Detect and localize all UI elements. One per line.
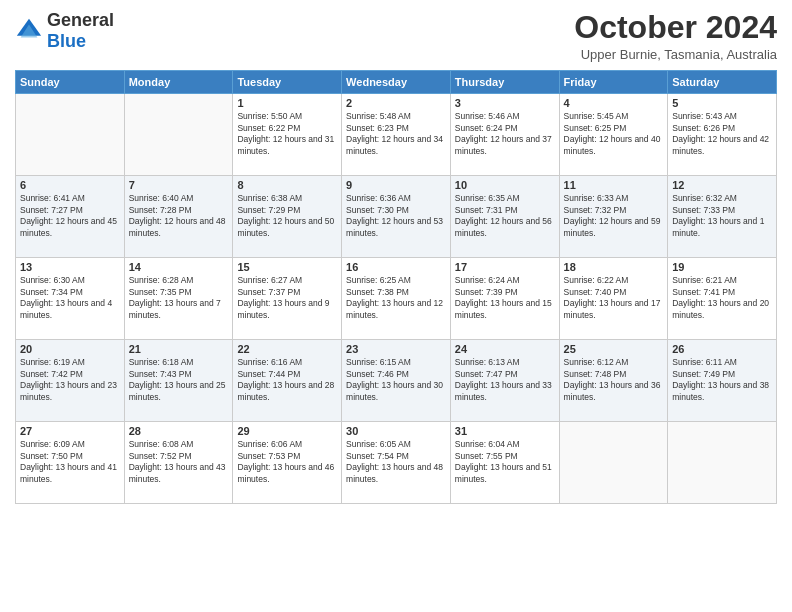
calendar-cell: 10Sunrise: 6:35 AM Sunset: 7:31 PM Dayli… [450, 176, 559, 258]
day-number: 15 [237, 261, 337, 273]
day-number: 22 [237, 343, 337, 355]
day-number: 23 [346, 343, 446, 355]
calendar-cell: 14Sunrise: 6:28 AM Sunset: 7:35 PM Dayli… [124, 258, 233, 340]
title-area: October 2024 Upper Burnie, Tasmania, Aus… [574, 10, 777, 62]
cell-info: Sunrise: 6:19 AM Sunset: 7:42 PM Dayligh… [20, 357, 120, 403]
calendar-week-row: 6Sunrise: 6:41 AM Sunset: 7:27 PM Daylig… [16, 176, 777, 258]
month-title: October 2024 [574, 10, 777, 45]
weekday-header-thursday: Thursday [450, 71, 559, 94]
cell-info: Sunrise: 6:35 AM Sunset: 7:31 PM Dayligh… [455, 193, 555, 239]
calendar-cell: 29Sunrise: 6:06 AM Sunset: 7:53 PM Dayli… [233, 422, 342, 504]
day-number: 5 [672, 97, 772, 109]
calendar-cell: 17Sunrise: 6:24 AM Sunset: 7:39 PM Dayli… [450, 258, 559, 340]
cell-info: Sunrise: 5:50 AM Sunset: 6:22 PM Dayligh… [237, 111, 337, 157]
logo-blue: Blue [47, 31, 86, 51]
day-number: 26 [672, 343, 772, 355]
day-number: 7 [129, 179, 229, 191]
cell-info: Sunrise: 6:27 AM Sunset: 7:37 PM Dayligh… [237, 275, 337, 321]
cell-info: Sunrise: 5:45 AM Sunset: 6:25 PM Dayligh… [564, 111, 664, 157]
cell-info: Sunrise: 6:04 AM Sunset: 7:55 PM Dayligh… [455, 439, 555, 485]
cell-info: Sunrise: 6:12 AM Sunset: 7:48 PM Dayligh… [564, 357, 664, 403]
logo: General Blue [15, 10, 114, 52]
calendar-cell: 21Sunrise: 6:18 AM Sunset: 7:43 PM Dayli… [124, 340, 233, 422]
day-number: 8 [237, 179, 337, 191]
cell-info: Sunrise: 6:24 AM Sunset: 7:39 PM Dayligh… [455, 275, 555, 321]
day-number: 21 [129, 343, 229, 355]
day-number: 14 [129, 261, 229, 273]
calendar-cell: 5Sunrise: 5:43 AM Sunset: 6:26 PM Daylig… [668, 94, 777, 176]
calendar-week-row: 13Sunrise: 6:30 AM Sunset: 7:34 PM Dayli… [16, 258, 777, 340]
cell-info: Sunrise: 6:22 AM Sunset: 7:40 PM Dayligh… [564, 275, 664, 321]
logo-text: General Blue [47, 10, 114, 52]
calendar-cell [16, 94, 125, 176]
cell-info: Sunrise: 6:06 AM Sunset: 7:53 PM Dayligh… [237, 439, 337, 485]
day-number: 10 [455, 179, 555, 191]
cell-info: Sunrise: 5:46 AM Sunset: 6:24 PM Dayligh… [455, 111, 555, 157]
cell-info: Sunrise: 6:28 AM Sunset: 7:35 PM Dayligh… [129, 275, 229, 321]
calendar-cell: 28Sunrise: 6:08 AM Sunset: 7:52 PM Dayli… [124, 422, 233, 504]
day-number: 27 [20, 425, 120, 437]
calendar-cell: 13Sunrise: 6:30 AM Sunset: 7:34 PM Dayli… [16, 258, 125, 340]
calendar-cell [668, 422, 777, 504]
cell-info: Sunrise: 6:18 AM Sunset: 7:43 PM Dayligh… [129, 357, 229, 403]
cell-info: Sunrise: 5:48 AM Sunset: 6:23 PM Dayligh… [346, 111, 446, 157]
day-number: 24 [455, 343, 555, 355]
calendar-cell: 15Sunrise: 6:27 AM Sunset: 7:37 PM Dayli… [233, 258, 342, 340]
day-number: 20 [20, 343, 120, 355]
cell-info: Sunrise: 6:05 AM Sunset: 7:54 PM Dayligh… [346, 439, 446, 485]
calendar-cell: 27Sunrise: 6:09 AM Sunset: 7:50 PM Dayli… [16, 422, 125, 504]
calendar-cell: 16Sunrise: 6:25 AM Sunset: 7:38 PM Dayli… [342, 258, 451, 340]
calendar-cell [124, 94, 233, 176]
calendar-cell: 11Sunrise: 6:33 AM Sunset: 7:32 PM Dayli… [559, 176, 668, 258]
cell-info: Sunrise: 6:38 AM Sunset: 7:29 PM Dayligh… [237, 193, 337, 239]
weekday-header-wednesday: Wednesday [342, 71, 451, 94]
logo-general: General [47, 10, 114, 30]
day-number: 28 [129, 425, 229, 437]
header: General Blue October 2024 Upper Burnie, … [15, 10, 777, 62]
calendar-cell [559, 422, 668, 504]
calendar-cell: 12Sunrise: 6:32 AM Sunset: 7:33 PM Dayli… [668, 176, 777, 258]
cell-info: Sunrise: 6:41 AM Sunset: 7:27 PM Dayligh… [20, 193, 120, 239]
calendar-table: SundayMondayTuesdayWednesdayThursdayFrid… [15, 70, 777, 504]
day-number: 29 [237, 425, 337, 437]
day-number: 3 [455, 97, 555, 109]
calendar-cell: 7Sunrise: 6:40 AM Sunset: 7:28 PM Daylig… [124, 176, 233, 258]
cell-info: Sunrise: 6:16 AM Sunset: 7:44 PM Dayligh… [237, 357, 337, 403]
logo-icon [15, 17, 43, 45]
calendar-week-row: 1Sunrise: 5:50 AM Sunset: 6:22 PM Daylig… [16, 94, 777, 176]
day-number: 4 [564, 97, 664, 109]
cell-info: Sunrise: 6:40 AM Sunset: 7:28 PM Dayligh… [129, 193, 229, 239]
calendar-cell: 4Sunrise: 5:45 AM Sunset: 6:25 PM Daylig… [559, 94, 668, 176]
day-number: 12 [672, 179, 772, 191]
calendar-cell: 8Sunrise: 6:38 AM Sunset: 7:29 PM Daylig… [233, 176, 342, 258]
cell-info: Sunrise: 5:43 AM Sunset: 6:26 PM Dayligh… [672, 111, 772, 157]
cell-info: Sunrise: 6:13 AM Sunset: 7:47 PM Dayligh… [455, 357, 555, 403]
calendar-cell: 19Sunrise: 6:21 AM Sunset: 7:41 PM Dayli… [668, 258, 777, 340]
calendar-cell: 6Sunrise: 6:41 AM Sunset: 7:27 PM Daylig… [16, 176, 125, 258]
day-number: 1 [237, 97, 337, 109]
day-number: 6 [20, 179, 120, 191]
calendar-cell: 22Sunrise: 6:16 AM Sunset: 7:44 PM Dayli… [233, 340, 342, 422]
calendar-week-row: 27Sunrise: 6:09 AM Sunset: 7:50 PM Dayli… [16, 422, 777, 504]
day-number: 11 [564, 179, 664, 191]
page-container: General Blue October 2024 Upper Burnie, … [0, 0, 792, 612]
cell-info: Sunrise: 6:30 AM Sunset: 7:34 PM Dayligh… [20, 275, 120, 321]
cell-info: Sunrise: 6:15 AM Sunset: 7:46 PM Dayligh… [346, 357, 446, 403]
weekday-header-tuesday: Tuesday [233, 71, 342, 94]
weekday-header-row: SundayMondayTuesdayWednesdayThursdayFrid… [16, 71, 777, 94]
calendar-cell: 2Sunrise: 5:48 AM Sunset: 6:23 PM Daylig… [342, 94, 451, 176]
calendar-cell: 1Sunrise: 5:50 AM Sunset: 6:22 PM Daylig… [233, 94, 342, 176]
calendar-cell: 26Sunrise: 6:11 AM Sunset: 7:49 PM Dayli… [668, 340, 777, 422]
weekday-header-monday: Monday [124, 71, 233, 94]
calendar-cell: 18Sunrise: 6:22 AM Sunset: 7:40 PM Dayli… [559, 258, 668, 340]
day-number: 17 [455, 261, 555, 273]
calendar-week-row: 20Sunrise: 6:19 AM Sunset: 7:42 PM Dayli… [16, 340, 777, 422]
calendar-cell: 9Sunrise: 6:36 AM Sunset: 7:30 PM Daylig… [342, 176, 451, 258]
calendar-cell: 30Sunrise: 6:05 AM Sunset: 7:54 PM Dayli… [342, 422, 451, 504]
cell-info: Sunrise: 6:33 AM Sunset: 7:32 PM Dayligh… [564, 193, 664, 239]
location-title: Upper Burnie, Tasmania, Australia [574, 47, 777, 62]
cell-info: Sunrise: 6:09 AM Sunset: 7:50 PM Dayligh… [20, 439, 120, 485]
day-number: 16 [346, 261, 446, 273]
calendar-cell: 23Sunrise: 6:15 AM Sunset: 7:46 PM Dayli… [342, 340, 451, 422]
day-number: 31 [455, 425, 555, 437]
